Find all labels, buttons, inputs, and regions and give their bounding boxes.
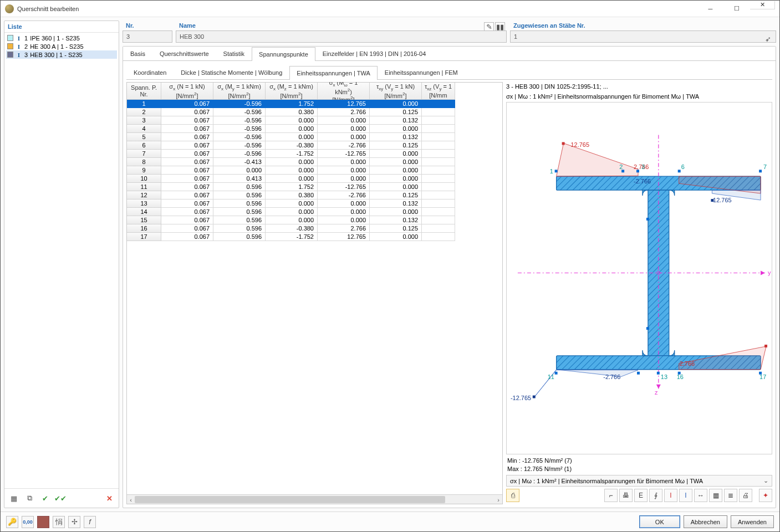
subtab-koordinaten[interactable]: Koordinaten	[126, 65, 174, 79]
table-cell[interactable]: 0.067	[161, 233, 213, 241]
table-cell[interactable]	[422, 166, 455, 175]
section-list[interactable]: I 1 IPE 360 | 1 - S235 I 2 HE 300 A | 1 …	[4, 33, 119, 488]
column-header[interactable]: σx (My = 1 kNm)[N/mm2]	[213, 83, 266, 100]
list-item[interactable]: I 3 HEB 300 | 1 - S235	[6, 50, 117, 59]
table-cell[interactable]: 0.067	[161, 125, 213, 133]
table-cell[interactable]: -0.596	[213, 116, 266, 125]
table-cell[interactable]: 0.000	[266, 216, 318, 224]
subtab-dicke-statische-momente-w-lbung[interactable]: Dicke | Statische Momente | Wölbung	[174, 65, 289, 79]
tool-print-icon[interactable]: 🖶	[619, 489, 633, 502]
table-cell[interactable]: 0.596	[213, 200, 266, 208]
table-cell[interactable]: 0.125	[370, 191, 422, 200]
table-cell[interactable]: -2.766	[318, 141, 370, 150]
tab-basis[interactable]: Basis	[123, 47, 152, 60]
list-item[interactable]: I 1 IPE 360 | 1 - S235	[6, 34, 117, 42]
tool-stress1-icon[interactable]: E	[634, 489, 648, 502]
table-cell[interactable]	[422, 108, 455, 116]
tab-spannungspunkte[interactable]: Spannungspunkte	[252, 47, 315, 61]
table-cell[interactable]	[422, 191, 455, 200]
table-cell[interactable]: 0.596	[213, 208, 266, 216]
table-cell[interactable]: 0.000	[318, 158, 370, 166]
table-cell[interactable]: 0.000	[266, 133, 318, 141]
horizontal-scrollbar[interactable]: ‹ ›	[127, 494, 502, 504]
table-cell[interactable]: 0.067	[161, 108, 213, 116]
table-cell[interactable]: 0.000	[370, 166, 422, 175]
table-cell[interactable]: 0.067	[161, 191, 213, 200]
table-cell[interactable]	[422, 175, 455, 183]
row-number[interactable]: 7	[127, 150, 161, 158]
table-cell[interactable]: 0.067	[161, 216, 213, 224]
maximize-button[interactable]: ☐	[724, 1, 749, 17]
table-cell[interactable]: -0.380	[266, 224, 318, 233]
table-cell[interactable]	[422, 233, 455, 241]
column-header[interactable]: σx (Mω = 1 kNm2)[N/mm2]	[318, 83, 370, 100]
table-cell[interactable]: 0.067	[161, 183, 213, 191]
table-cell[interactable]: 12.765	[318, 233, 370, 241]
table-cell[interactable]: 0.000	[266, 125, 318, 133]
table-cell[interactable]: 0.067	[161, 100, 213, 108]
row-number[interactable]: 1	[127, 100, 161, 108]
table-cell[interactable]: 1.752	[266, 100, 318, 108]
table-cell[interactable]: 0.000	[266, 175, 318, 183]
table-cell[interactable]: 0.000	[266, 200, 318, 208]
delete-icon[interactable]: ✕	[103, 492, 115, 504]
table-cell[interactable]: 0.000	[318, 166, 370, 175]
table-cell[interactable]	[422, 158, 455, 166]
table-cell[interactable]: 2.766	[318, 224, 370, 233]
color-icon[interactable]	[37, 516, 49, 528]
row-number[interactable]: 3	[127, 116, 161, 125]
tool-ibeam1-icon[interactable]: I	[664, 489, 677, 502]
pick-members-icon[interactable]: ➶	[762, 33, 774, 45]
column-header[interactable]: Spann. P.Nr.	[127, 83, 161, 100]
table-cell[interactable]: 0.000	[370, 183, 422, 191]
row-number[interactable]: 16	[127, 224, 161, 233]
table-cell[interactable]: 0.067	[161, 166, 213, 175]
table-cell[interactable]: -0.380	[266, 141, 318, 150]
copy-icon[interactable]: ⧉	[23, 492, 35, 504]
assign-field[interactable]: 1 ➶	[510, 30, 776, 43]
tab-querschnittswerte[interactable]: Querschnittswerte	[152, 47, 216, 60]
table-cell[interactable]: 0.000	[266, 158, 318, 166]
table-cell[interactable]: 0.596	[213, 216, 266, 224]
row-number[interactable]: 12	[127, 191, 161, 200]
table-cell[interactable]: -2.766	[318, 191, 370, 200]
row-number[interactable]: 5	[127, 133, 161, 141]
tool-stress2-icon[interactable]: ∮	[649, 489, 662, 502]
tool-axes-icon[interactable]: ⌐	[604, 489, 618, 502]
table-cell[interactable]: 0.000	[318, 125, 370, 133]
name-field[interactable]: HEB 300 ✎ ▮▮	[176, 30, 507, 43]
table-cell[interactable]: -1.752	[266, 233, 318, 241]
table-cell[interactable]: 0.000	[266, 166, 318, 175]
table-cell[interactable]	[422, 100, 455, 108]
section-canvas[interactable]: y z	[506, 102, 772, 455]
tool-print2-icon[interactable]: 🖨	[739, 489, 752, 502]
table-cell[interactable]: 0.000	[266, 208, 318, 216]
table-cell[interactable]: 0.596	[213, 233, 266, 241]
table-cell[interactable]: 0.000	[370, 175, 422, 183]
table-cell[interactable]: 0.413	[213, 175, 266, 183]
table-cell[interactable]	[422, 224, 455, 233]
table-cell[interactable]: 0.380	[266, 108, 318, 116]
ok-button[interactable]: OK	[639, 515, 680, 528]
table-cell[interactable]: 0.067	[161, 158, 213, 166]
apply-button[interactable]: Anwenden	[731, 515, 774, 528]
table-cell[interactable]	[422, 141, 455, 150]
table-cell[interactable]: 0.125	[370, 108, 422, 116]
table-cell[interactable]: 0.596	[213, 183, 266, 191]
viewer-dropdown[interactable]: σx | Mω : 1 kNm² | Einheitsnormalspannun…	[506, 475, 772, 487]
row-number[interactable]: 8	[127, 158, 161, 166]
close-button[interactable]: ✕	[750, 1, 775, 9]
table-cell[interactable]: 12.765	[318, 100, 370, 108]
table-cell[interactable]: 0.132	[370, 200, 422, 208]
tab-statistik[interactable]: Statistik	[216, 47, 252, 60]
column-header[interactable]: τxy (Vy = 1 kN)[N/mm2]	[370, 83, 422, 100]
tab-einzelfelder-en-1993-din-2016-04[interactable]: Einzelfelder | EN 1993 | DIN | 2016-04	[315, 47, 434, 60]
table-cell[interactable]: 0.000	[370, 208, 422, 216]
table-cell[interactable]: 0.125	[370, 141, 422, 150]
tool-grid-icon[interactable]: ▦	[709, 489, 722, 502]
table-cell[interactable]	[422, 125, 455, 133]
table-cell[interactable]	[422, 216, 455, 224]
table-cell[interactable]	[422, 200, 455, 208]
table-cell[interactable]	[422, 116, 455, 125]
library-icon[interactable]: 悁	[53, 516, 65, 528]
